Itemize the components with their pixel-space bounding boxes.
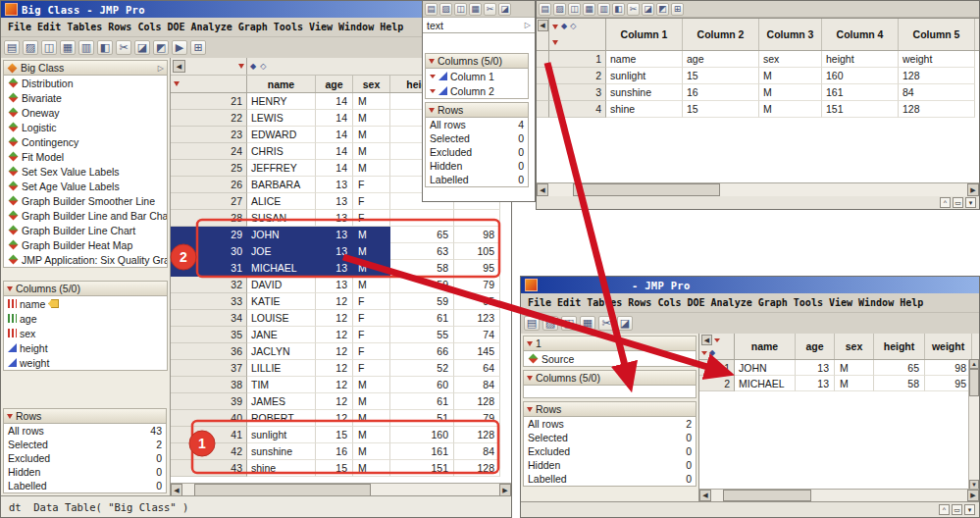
menu-item[interactable]: Cols xyxy=(134,20,164,34)
menu-item[interactable]: Help xyxy=(377,20,406,34)
column-header[interactable]: age xyxy=(796,334,835,359)
toolbar-icon[interactable]: ◫ xyxy=(568,3,581,16)
column-item[interactable]: height xyxy=(4,340,167,355)
toolbar-icon[interactable]: ✂ xyxy=(598,316,614,331)
toolbar-icon[interactable]: ◫ xyxy=(561,316,577,331)
toolbar-icon[interactable]: ▤ xyxy=(425,3,438,16)
toolbar-icon[interactable]: ◪ xyxy=(642,3,654,16)
scrollbar-track[interactable] xyxy=(548,183,967,196)
script-item[interactable]: Bivariate xyxy=(4,90,167,105)
table-row[interactable]: 2 MICHAEL 13 M 58 95 xyxy=(699,376,979,391)
toolbar-icon[interactable]: ▦ xyxy=(580,316,595,331)
script-item[interactable]: Fit Model xyxy=(4,149,167,164)
table-row[interactable]: 36 JACLYN 12 F 66 145 xyxy=(171,343,511,360)
table-red-triangle-icon[interactable] xyxy=(552,25,558,29)
toolbar-icon[interactable]: ◪ xyxy=(498,3,511,16)
titlebar[interactable]: - JMP Pro xyxy=(521,277,979,293)
menu-item[interactable]: DOE xyxy=(165,20,188,34)
toolbar-icon[interactable]: ✂ xyxy=(484,3,496,16)
horizontal-scrollbar[interactable]: ◀ ▶ xyxy=(537,182,979,196)
column-item[interactable]: sex xyxy=(4,326,167,340)
table-row[interactable]: 31 MICHAEL 13 M 58 95 xyxy=(171,260,511,277)
source-script-item[interactable]: Source xyxy=(524,351,696,366)
menu-item[interactable]: Graph xyxy=(755,295,791,310)
table-row[interactable]: 37 LILLIE 12 F 52 64 xyxy=(171,360,511,377)
toolbar-icon[interactable]: ▥ xyxy=(78,40,94,55)
menu-item[interactable]: File xyxy=(525,295,554,310)
column-item[interactable]: name xyxy=(4,296,167,311)
table-row[interactable]: 32 DAVID 13 M 59 79 xyxy=(171,277,511,293)
table-row[interactable]: 1 JOHN 13 M 65 98 xyxy=(699,360,979,376)
toolbar-icon[interactable]: ▨ xyxy=(553,3,566,16)
toolbar-icon[interactable]: ▶ xyxy=(172,40,187,55)
toolbar-icon[interactable]: ▨ xyxy=(439,3,452,16)
menu-item[interactable]: Tables xyxy=(64,20,105,34)
column-header[interactable]: name xyxy=(247,76,316,92)
table-row[interactable]: 35 JANE 12 F 55 74 xyxy=(171,327,511,343)
window-control-icon[interactable]: ▾ xyxy=(964,504,975,515)
table-row[interactable]: 39 JAMES 12 M 61 128 xyxy=(171,393,511,410)
toolbar-icon[interactable]: ◩ xyxy=(656,3,669,16)
menu-item[interactable]: File xyxy=(5,20,34,34)
expand-right-icon[interactable]: ▷ xyxy=(525,21,531,29)
menu-item[interactable]: Rows xyxy=(625,295,654,310)
columns-panel-header[interactable]: Columns (5/0) xyxy=(426,54,528,69)
toolbar-icon[interactable]: ◧ xyxy=(97,40,113,55)
toolbar-icon[interactable]: ▦ xyxy=(583,3,595,16)
script-item[interactable]: Contingency xyxy=(4,134,167,149)
column-item[interactable]: Column 1 xyxy=(426,69,528,83)
menu-item[interactable]: DOE xyxy=(685,295,708,310)
scroll-left-button[interactable]: ◀ xyxy=(537,183,548,196)
table-row[interactable]: 3 sunshine 16 M 161 84 xyxy=(537,84,979,101)
toolbar-icon[interactable]: ⊞ xyxy=(671,3,684,16)
window-control-icon[interactable]: ^ xyxy=(940,197,951,208)
table-red-triangle-icon[interactable] xyxy=(238,64,244,69)
row-state-diamond-open-icon[interactable]: ◇ xyxy=(570,23,576,30)
scroll-left-button[interactable]: ◀ xyxy=(701,335,712,345)
menu-item[interactable]: View xyxy=(826,295,855,310)
column-item[interactable]: Column 2 xyxy=(426,83,528,98)
script-item[interactable]: Set Sex Value Labels xyxy=(4,164,167,179)
script-item[interactable]: Logistic xyxy=(4,120,167,134)
row-state-diamond-icon[interactable]: ◆ xyxy=(561,23,567,30)
table-row[interactable]: 29 JOHN 13 M 65 98 xyxy=(171,227,511,243)
column-header[interactable]: Column 5 xyxy=(899,19,975,50)
columns-panel-header[interactable]: Columns (5/0) xyxy=(524,371,696,386)
table-row[interactable]: 1 name age sex height weight xyxy=(537,51,979,68)
column-header[interactable]: Column 1 xyxy=(606,19,683,50)
menu-item[interactable]: Tools xyxy=(791,295,826,310)
row-number-header[interactable] xyxy=(171,76,247,92)
script-item[interactable]: Graph Builder Line and Bar Chart xyxy=(4,208,167,223)
menu-item[interactable]: Edit xyxy=(34,20,64,34)
table-row[interactable]: 4 shine 15 M 151 128 xyxy=(537,101,979,118)
toolbar-icon[interactable]: ▤ xyxy=(4,40,20,55)
table-row[interactable]: 42 sunshine 16 M 161 84 xyxy=(171,443,511,460)
text-panel-header[interactable]: text ▷ xyxy=(423,18,535,33)
table-row[interactable]: 30 JOE 13 M 63 105 xyxy=(171,243,511,260)
menu-item[interactable]: Window xyxy=(335,20,377,34)
toolbar-icon[interactable]: ◪ xyxy=(134,40,150,55)
toolbar-icon[interactable]: ▨ xyxy=(23,40,38,55)
table-panel-header[interactable]: 1 xyxy=(524,337,696,351)
scroll-right-button[interactable]: ▶ xyxy=(967,490,979,501)
toolbar-icon[interactable]: ▥ xyxy=(597,3,610,16)
column-header[interactable]: Column 3 xyxy=(759,19,822,50)
column-header[interactable]: weight xyxy=(925,334,972,359)
table-row[interactable]: 38 TIM 12 M 60 84 xyxy=(171,377,511,393)
toolbar-icon[interactable]: ✂ xyxy=(116,40,131,55)
horizontal-scrollbar[interactable]: ◀ ▶ xyxy=(171,483,511,496)
script-item[interactable]: JMP Application: Six Quality Graph xyxy=(4,252,167,267)
column-header[interactable]: Column 2 xyxy=(683,19,759,50)
column-header[interactable]: age xyxy=(316,76,353,92)
scroll-left-button[interactable]: ◀ xyxy=(699,490,711,501)
menu-item[interactable]: Tools xyxy=(271,20,306,34)
rows-panel-header[interactable]: Rows xyxy=(426,103,528,118)
window-control-icon[interactable]: ▭ xyxy=(952,504,962,515)
rows-panel-header[interactable]: Rows xyxy=(524,402,696,417)
toolbar-icon[interactable]: ◪ xyxy=(617,316,633,331)
toolbar-icon[interactable]: ⊞ xyxy=(190,40,206,55)
vertical-scrollbar[interactable]: ▲ ▼ xyxy=(968,359,979,490)
table-row[interactable]: 2 sunlight 15 M 160 128 xyxy=(537,68,979,84)
window-control-icon[interactable]: ^ xyxy=(939,504,950,515)
rows-panel-header[interactable]: Rows xyxy=(4,409,166,424)
